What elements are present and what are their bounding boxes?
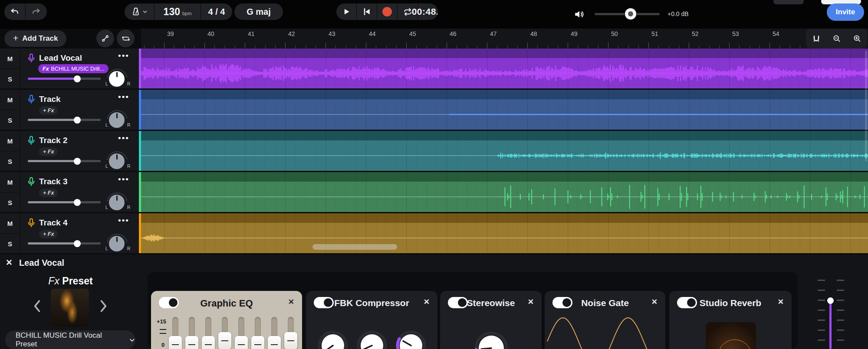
track-menu-button[interactable]: ••• [118, 51, 129, 61]
track-name[interactable]: Track 3 [39, 177, 68, 186]
time-signature[interactable]: 4 / 4 [201, 3, 232, 20]
track-region[interactable] [141, 90, 868, 130]
track-volume-slider[interactable] [28, 160, 101, 162]
eq-slider-handle[interactable] [268, 336, 281, 349]
track-menu-button[interactable]: ••• [118, 92, 129, 102]
undo-button[interactable] [4, 3, 25, 20]
top-right-dark-pill[interactable] [773, 0, 804, 4]
track-volume-slider[interactable] [28, 78, 101, 80]
track-name[interactable]: Lead Vocal [39, 53, 82, 63]
eq-band-slider[interactable] [268, 315, 281, 349]
eq-slider-handle[interactable] [284, 332, 297, 349]
eq-slider-handle[interactable] [218, 332, 231, 349]
eq-band-slider[interactable] [284, 315, 297, 349]
preset-thumbnail[interactable] [51, 289, 89, 327]
snap-button[interactable] [806, 29, 826, 49]
zoom-in-button[interactable] [847, 29, 867, 49]
channel-fader-handle[interactable] [827, 297, 834, 304]
add-fx-chip[interactable]: + Fx [39, 230, 58, 238]
pan-knob[interactable] [109, 71, 125, 87]
master-volume-knob[interactable] [625, 8, 636, 20]
track-volume-slider[interactable] [28, 242, 101, 245]
eq-slider-handle[interactable] [202, 336, 215, 349]
eq-slider-handle[interactable] [251, 336, 264, 349]
time-stretch-button[interactable] [117, 29, 135, 47]
track-menu-button[interactable]: ••• [118, 216, 129, 225]
track-region[interactable] [141, 172, 868, 212]
eq-band-slider[interactable] [202, 315, 215, 349]
record-button[interactable] [377, 3, 397, 20]
slider-handle[interactable] [74, 158, 81, 165]
vertical-scrollbar[interactable] [865, 50, 867, 161]
track-region[interactable] [141, 49, 868, 88]
mute-button[interactable]: M [0, 131, 20, 151]
solo-button[interactable]: S [0, 110, 20, 130]
add-track-button[interactable]: + Add Track [4, 30, 66, 47]
eq-band-slider[interactable] [218, 315, 231, 349]
redo-button[interactable] [26, 3, 46, 20]
mute-button[interactable]: M [0, 90, 20, 110]
spread-knob[interactable] [473, 330, 510, 349]
mute-button[interactable]: M [0, 213, 20, 234]
eq-band-slider[interactable] [185, 315, 198, 349]
solo-button[interactable]: S [0, 192, 20, 212]
slider-handle[interactable] [74, 117, 81, 124]
pan-knob[interactable] [109, 236, 125, 251]
mute-button[interactable]: M [0, 172, 20, 192]
metronome-button[interactable] [125, 3, 154, 20]
add-fx-chip[interactable]: + Fx [39, 147, 58, 156]
master-volume-slider[interactable] [595, 13, 660, 15]
close-icon[interactable]: ✕ [778, 297, 784, 307]
track-name[interactable]: Track 2 [39, 136, 68, 145]
track-name[interactable]: Track [39, 95, 61, 104]
mute-button[interactable]: M [0, 49, 20, 69]
pan-knob[interactable] [109, 153, 125, 169]
close-icon[interactable]: ✕ [528, 297, 534, 307]
add-fx-chip[interactable]: + Fx [39, 106, 58, 115]
threshold-knob[interactable] [395, 329, 427, 349]
play-button[interactable] [336, 3, 356, 20]
solo-button[interactable]: S [0, 234, 20, 254]
skip-to-start-button[interactable] [357, 3, 377, 20]
eq-band-slider[interactable] [235, 315, 248, 349]
eq-slider-handle[interactable] [169, 336, 182, 349]
slider-handle[interactable] [74, 240, 81, 247]
pan-knob[interactable] [109, 112, 125, 128]
solo-button[interactable]: S [0, 151, 20, 171]
close-icon[interactable]: ✕ [651, 297, 658, 307]
track-volume-slider[interactable] [28, 201, 101, 203]
slider-handle[interactable] [74, 199, 81, 206]
preset-next-button[interactable] [100, 300, 108, 312]
fx-preset-chip[interactable]: Fx BCHILL MUSIC Drill... [38, 64, 108, 73]
plugin-title: Stereowise [440, 298, 542, 308]
close-icon[interactable]: ✕ [288, 297, 294, 307]
eq-band-slider[interactable] [169, 315, 182, 349]
track-volume-slider[interactable] [28, 119, 101, 121]
eq-slider-handle[interactable] [235, 336, 248, 349]
invite-button[interactable]: Invite [827, 3, 864, 21]
add-fx-chip[interactable]: + Fx [39, 189, 58, 197]
key-selector[interactable]: G maj [234, 3, 283, 20]
track-name[interactable]: Track 4 [39, 218, 68, 228]
release-knob[interactable] [355, 329, 388, 349]
track-region[interactable] [141, 213, 868, 253]
eq-band-slider[interactable] [251, 315, 264, 349]
close-icon[interactable]: ✕ [6, 258, 13, 267]
preset-dropdown[interactable]: BCHILL MUSIC Drill Vocal Preset [5, 330, 135, 349]
bpm-display[interactable]: 130 bpm [155, 3, 201, 20]
pan-knob[interactable] [109, 195, 125, 210]
preset-prev-button[interactable] [33, 300, 41, 312]
track-region[interactable] [141, 131, 868, 171]
close-icon[interactable]: ✕ [424, 297, 430, 307]
track-menu-button[interactable]: ••• [118, 175, 129, 184]
zoom-out-button[interactable] [826, 29, 847, 49]
horizontal-scrollbar[interactable] [312, 244, 397, 250]
solo-button[interactable]: S [0, 69, 20, 89]
automation-button[interactable] [96, 29, 114, 47]
slider-handle[interactable] [74, 75, 81, 82]
track-menu-button[interactable]: ••• [118, 134, 129, 143]
ruler[interactable]: 39404142434445464748495051525354 [141, 29, 868, 49]
eq-slider-handle[interactable] [185, 336, 198, 349]
speaker-icon[interactable] [574, 9, 585, 20]
attack-knob[interactable] [316, 329, 349, 349]
